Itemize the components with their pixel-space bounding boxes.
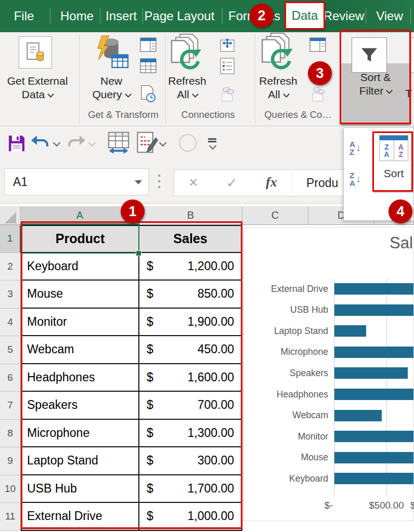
column-width-button[interactable]: [107, 131, 130, 156]
list-properties-icon: [219, 58, 235, 74]
row-header-5[interactable]: 5: [0, 336, 21, 364]
tab-insert[interactable]: Insert: [106, 0, 137, 32]
chart-bar-monitor[interactable]: [334, 431, 414, 442]
tab-page-layout[interactable]: Page Layout: [145, 0, 215, 32]
chart-bar-keyboard[interactable]: [334, 473, 414, 484]
refresh-all-connections-label[interactable]: Refresh All: [148, 74, 226, 101]
chart-bar-headphones[interactable]: [334, 389, 414, 400]
refresh-all-queries-button[interactable]: [260, 32, 296, 74]
sort-desc-letter-z: Z: [350, 171, 355, 179]
chart-x-tick-label: $-: [325, 500, 333, 511]
document-edit-icon: [135, 131, 158, 154]
name-box-dropdown-arrow[interactable]: [135, 180, 142, 184]
sort-desc-letter-a: A: [350, 179, 355, 187]
row-header-10[interactable]: 10: [0, 475, 21, 503]
edit-links-button-disabled[interactable]: [309, 85, 327, 103]
embedded-bar-chart[interactable]: Sales External DriveUSB HubLaptop StandM…: [243, 227, 414, 521]
link-icon: [219, 86, 236, 102]
resize-dots-handle[interactable]: [158, 175, 160, 188]
redo-dropdown-chevron[interactable]: [88, 139, 96, 147]
external-data-icon: [24, 42, 46, 63]
customize-qat-chevron[interactable]: [209, 142, 216, 150]
enter-icon[interactable]: ✓: [226, 175, 238, 191]
chevron-down-icon: [47, 91, 54, 98]
chart-bar-webcam[interactable]: [334, 410, 382, 421]
mode-dropdown-chevron[interactable]: [159, 139, 166, 147]
undo-button[interactable]: [30, 135, 50, 153]
window-icon: [309, 37, 326, 53]
chart-category-label: Mouse: [244, 447, 328, 468]
connection-properties-button[interactable]: [218, 57, 236, 75]
chart-category-label: External Drive: [244, 278, 328, 300]
down-arrow-icon: ↓: [356, 142, 361, 154]
column-header-c[interactable]: C: [242, 206, 308, 225]
row-header-3[interactable]: 3: [0, 281, 21, 309]
select-all-corner[interactable]: [0, 206, 21, 225]
tab-view[interactable]: View: [376, 0, 403, 32]
chart-bar-microphone[interactable]: [334, 347, 414, 358]
chart-category-label: Headphones: [244, 384, 328, 405]
formula-bar-divider: [292, 173, 292, 193]
tab-separator: [222, 8, 223, 24]
chart-bar-laptop-stand[interactable]: [334, 325, 366, 337]
get-external-data-label[interactable]: Get External Data: [0, 74, 76, 101]
refresh-icon: [170, 33, 205, 74]
redo-icon: [67, 135, 86, 151]
properties-button[interactable]: [218, 36, 236, 54]
save-icon: [7, 134, 26, 153]
group-label-get-transform: Get & Transform: [88, 109, 159, 121]
chart-category-label: Speakers: [244, 363, 328, 384]
annotation-box-sort-filter: [340, 30, 411, 124]
tab-file[interactable]: File: [14, 0, 34, 32]
chart-bar-usb-hub[interactable]: [334, 304, 414, 316]
cancel-icon[interactable]: ×: [189, 174, 198, 191]
chart-bar-speakers[interactable]: [334, 367, 408, 379]
chart-bar-external-drive[interactable]: [334, 283, 414, 295]
row-header-11[interactable]: 11: [0, 503, 21, 531]
annotation-box-sort: [372, 131, 413, 192]
tab-separator: [100, 8, 100, 24]
group-label-connections: Connections: [182, 109, 235, 121]
annotation-badge-4: 4: [389, 200, 412, 223]
formula-bar-value: Produ: [306, 176, 338, 190]
group-label-queries: Queries & Co…: [264, 109, 332, 121]
chevron-down-icon: [192, 91, 199, 98]
customize-qat-button[interactable]: [208, 138, 216, 140]
tab-separator: [50, 8, 50, 24]
get-external-data-button[interactable]: [19, 36, 52, 69]
row-header-6[interactable]: 6: [0, 364, 21, 392]
tab-separator: [410, 8, 411, 24]
chart-bar-mouse[interactable]: [334, 452, 414, 463]
sort-z-to-a-menu-item[interactable]: Z A ↓: [350, 171, 361, 187]
row-header-4[interactable]: 4: [0, 309, 21, 337]
refresh-all-connections-button[interactable]: [170, 33, 205, 74]
edit-links-button-disabled[interactable]: [218, 85, 236, 103]
refresh-all-queries-label[interactable]: Refresh All: [239, 74, 317, 101]
undo-dropdown-chevron[interactable]: [53, 139, 60, 147]
insert-function-icon[interactable]: fx: [266, 175, 277, 190]
tab-separator: [366, 8, 366, 24]
save-button[interactable]: [7, 134, 26, 155]
annotation-badge-2: 2: [250, 4, 274, 28]
row-header-2[interactable]: 2: [0, 253, 21, 281]
tab-review[interactable]: Review: [324, 0, 365, 32]
new-query-label[interactable]: New Query: [72, 74, 150, 101]
tab-separator: [143, 8, 143, 24]
sort-a-to-z-menu-item[interactable]: A Z ↓: [350, 140, 361, 156]
row-header-9[interactable]: 9: [0, 447, 21, 475]
row-header-8[interactable]: 8: [0, 420, 21, 448]
from-table-button[interactable]: [139, 57, 157, 75]
redo-button-disabled[interactable]: [67, 135, 86, 153]
row-header-7[interactable]: 7: [0, 392, 21, 420]
undo-icon: [30, 135, 50, 151]
new-query-button[interactable]: [92, 34, 131, 74]
touch-mouse-mode-button[interactable]: [135, 131, 158, 156]
queries-connections-button[interactable]: [309, 36, 327, 54]
name-box[interactable]: A1: [4, 168, 149, 195]
tab-home[interactable]: Home: [60, 0, 94, 32]
sort-asc-letter-z: Z: [350, 148, 355, 156]
row-header-1[interactable]: 1: [0, 225, 21, 253]
chart-category-label: Laptop Stand: [244, 321, 328, 342]
new-query-icon: [92, 34, 131, 74]
show-queries-button[interactable]: [139, 36, 157, 54]
